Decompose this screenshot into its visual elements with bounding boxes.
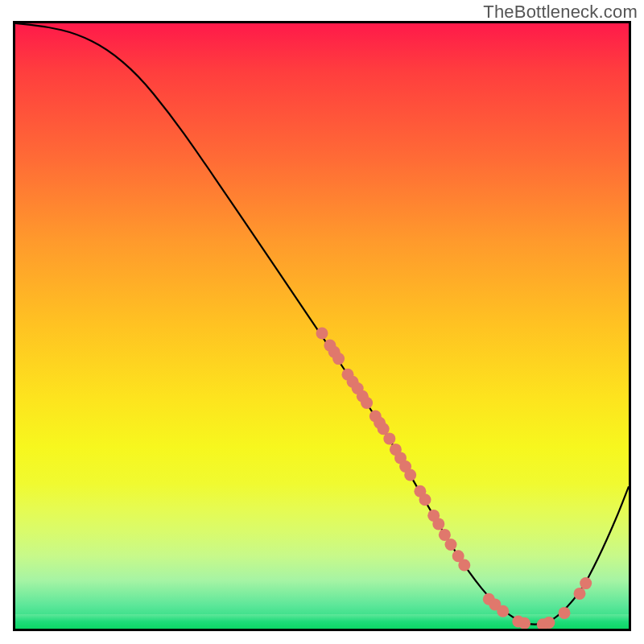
scatter-point (404, 469, 416, 481)
scatter-group (316, 328, 592, 630)
scatter-point (543, 617, 555, 629)
scatter-point (497, 605, 509, 617)
scatter-point (332, 353, 345, 365)
scatter-point (361, 397, 373, 409)
scatter-point (419, 493, 431, 506)
bottleneck-curve-path (15, 23, 629, 625)
chart-svg (15, 23, 629, 629)
scatter-point (518, 617, 530, 629)
chart-container: TheBottleneck.com (0, 0, 644, 644)
scatter-point (316, 328, 328, 340)
scatter-point (574, 588, 586, 600)
scatter-point (432, 518, 444, 530)
scatter-point (580, 577, 592, 589)
scatter-point (559, 607, 571, 619)
scatter-point (383, 432, 395, 444)
scatter-point (458, 559, 470, 572)
scatter-point (445, 539, 457, 551)
plot-area (13, 21, 631, 631)
watermark-label: TheBottleneck.com (483, 2, 638, 23)
